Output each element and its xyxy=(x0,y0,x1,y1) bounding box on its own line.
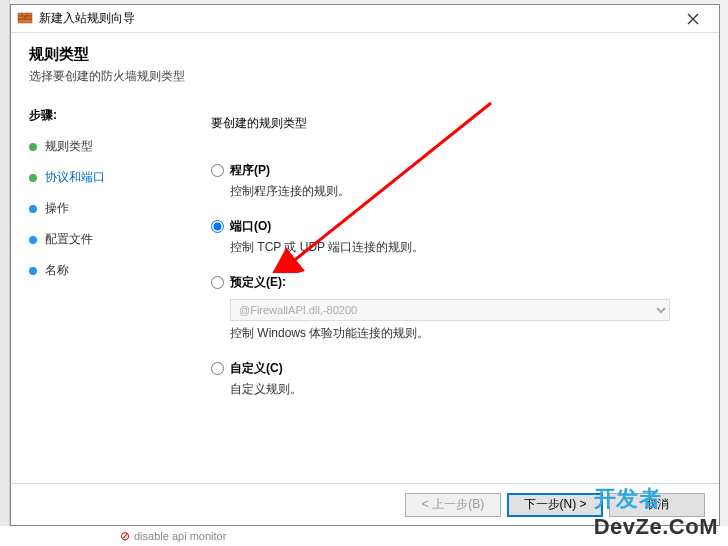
page-title: 规则类型 xyxy=(29,45,701,64)
option-label: 程序(P) xyxy=(230,162,270,179)
steps-header: 步骤: xyxy=(29,107,179,124)
close-icon xyxy=(687,13,699,25)
bg-disabled-text: disable api monitor xyxy=(134,530,226,542)
option-desc: 控制 Windows 体验功能连接的规则。 xyxy=(230,325,691,342)
main-heading: 要创建的规则类型 xyxy=(211,115,691,132)
step-label: 配置文件 xyxy=(45,231,93,248)
next-button[interactable]: 下一步(N) > xyxy=(507,493,603,517)
option-label: 自定义(C) xyxy=(230,360,283,377)
bullet-icon xyxy=(29,267,37,275)
step-label: 操作 xyxy=(45,200,69,217)
background-bottom-bar: ⊘ disable api monitor xyxy=(0,526,728,546)
background-vertical-strip xyxy=(0,0,10,546)
option-label: 端口(O) xyxy=(230,218,271,235)
radio-program[interactable] xyxy=(211,164,224,177)
wizard-window: 新建入站规则向导 规则类型 选择要创建的防火墙规则类型 步骤: 规则类型 协议和… xyxy=(10,4,720,526)
bullet-icon xyxy=(29,174,37,182)
back-button: < 上一步(B) xyxy=(405,493,501,517)
main-panel: 要创建的规则类型 程序(P) 控制程序连接的规则。 端口(O) 控制 TCP 或… xyxy=(191,93,719,483)
cancel-button[interactable]: 取消 xyxy=(609,493,705,517)
step-rule-type[interactable]: 规则类型 xyxy=(29,138,179,155)
step-label: 名称 xyxy=(45,262,69,279)
page-subtitle: 选择要创建的防火墙规则类型 xyxy=(29,68,701,85)
step-name[interactable]: 名称 xyxy=(29,262,179,279)
firewall-wizard-icon xyxy=(17,11,33,27)
bullet-icon xyxy=(29,205,37,213)
step-action[interactable]: 操作 xyxy=(29,200,179,217)
option-custom: 自定义(C) 自定义规则。 xyxy=(211,360,691,398)
radio-port[interactable] xyxy=(211,220,224,233)
radio-custom[interactable] xyxy=(211,362,224,375)
option-program: 程序(P) 控制程序连接的规则。 xyxy=(211,162,691,200)
close-button[interactable] xyxy=(673,6,713,32)
block-icon: ⊘ xyxy=(120,529,130,543)
button-bar: < 上一步(B) 下一步(N) > 取消 xyxy=(11,483,719,525)
option-desc: 控制 TCP 或 UDP 端口连接的规则。 xyxy=(230,239,691,256)
bullet-icon xyxy=(29,236,37,244)
wizard-header: 规则类型 选择要创建的防火墙规则类型 xyxy=(11,33,719,93)
bullet-icon xyxy=(29,143,37,151)
titlebar: 新建入站规则向导 xyxy=(11,5,719,33)
step-profile[interactable]: 配置文件 xyxy=(29,231,179,248)
step-label: 协议和端口 xyxy=(45,169,105,186)
window-title: 新建入站规则向导 xyxy=(39,10,673,27)
step-protocol-port[interactable]: 协议和端口 xyxy=(29,169,179,186)
steps-panel: 步骤: 规则类型 协议和端口 操作 配置文件 名称 xyxy=(11,93,191,483)
content-area: 步骤: 规则类型 协议和端口 操作 配置文件 名称 要 xyxy=(11,93,719,483)
radio-predefined[interactable] xyxy=(211,276,224,289)
option-predefined: 预定义(E): @FirewallAPI.dll,-80200 控制 Windo… xyxy=(211,274,691,342)
option-desc: 自定义规则。 xyxy=(230,381,691,398)
option-label: 预定义(E): xyxy=(230,274,286,291)
option-desc: 控制程序连接的规则。 xyxy=(230,183,691,200)
step-label: 规则类型 xyxy=(45,138,93,155)
option-port: 端口(O) 控制 TCP 或 UDP 端口连接的规则。 xyxy=(211,218,691,256)
predefined-select: @FirewallAPI.dll,-80200 xyxy=(230,299,670,321)
